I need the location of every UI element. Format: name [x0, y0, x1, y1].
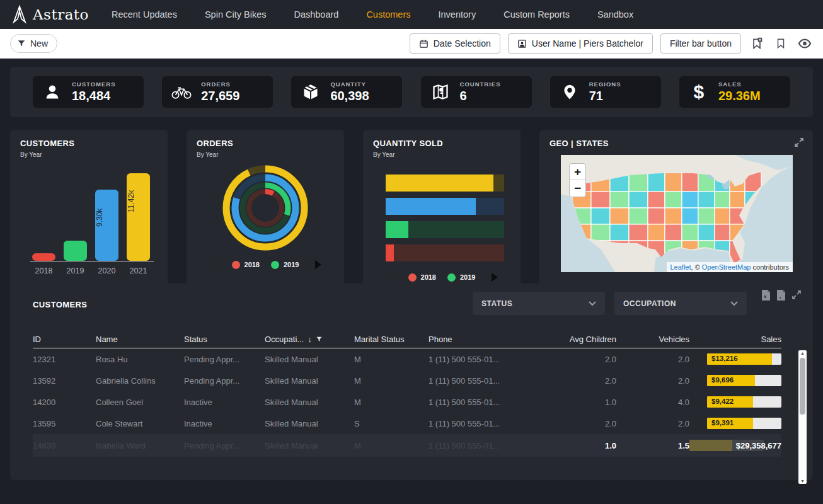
sales-data-bar: $9,696 — [707, 375, 781, 386]
column-header-vehicles[interactable]: Vehicles — [616, 335, 689, 344]
hbar-2019[interactable] — [386, 221, 504, 238]
legend-prev-icon[interactable] — [386, 273, 392, 282]
zoom-out-button[interactable]: − — [570, 180, 585, 197]
expand-icon[interactable] — [794, 137, 804, 147]
concentric-donut-chart[interactable] — [219, 162, 311, 254]
column-header-avg-children[interactable]: Avg Children — [546, 335, 616, 344]
user-badge-icon — [517, 39, 527, 49]
bar-2020[interactable]: 9.30k — [95, 190, 118, 261]
column-header-status[interactable]: Status — [184, 335, 265, 344]
nav-item-custom-reports[interactable]: Custom Reports — [504, 9, 570, 20]
user-name-button[interactable]: User Name | Piers Batchelor — [508, 33, 653, 54]
occupation-filter-dropdown[interactable]: OCCUPATION — [614, 292, 747, 315]
chart-title: ORDERS — [197, 139, 334, 148]
hbar-2021[interactable] — [386, 175, 504, 192]
bar-value-label: 11.42k — [127, 179, 150, 223]
chart-title: GEO | STATES — [550, 139, 803, 148]
date-selection-button[interactable]: Date Selection — [410, 33, 500, 54]
table-row[interactable]: 13592 Gabriella Collins Pending Appr... … — [33, 370, 781, 391]
table-scrollbar[interactable]: ▲ ▼ — [798, 350, 807, 484]
map-zoom-control: + − — [569, 163, 586, 197]
legend-item-2019[interactable]: 2019 — [447, 273, 475, 282]
bicycle-icon — [171, 84, 192, 100]
legend-next-icon[interactable] — [315, 260, 321, 269]
sales-data-bar: $9,422 — [707, 396, 781, 408]
kpi-quantity: QUANTITY 60,398 — [291, 76, 402, 108]
column-header-occupation[interactable]: Occupati... ↓ — [265, 335, 354, 344]
kpi-regions: REGIONS 71 — [550, 76, 661, 108]
column-header-marital-status[interactable]: Marital Status — [354, 335, 429, 344]
chart-legend: 2018 2019 — [373, 273, 510, 282]
expand-icon[interactable] — [791, 290, 802, 301]
package-icon — [300, 83, 321, 101]
bar-2021[interactable]: 11.42k — [127, 173, 150, 261]
app-logo[interactable]: Astrato — [11, 5, 89, 24]
nav-menu: Recent Updates Spin City Bikes Dashboard… — [112, 9, 633, 20]
sort-desc-icon[interactable]: ↓ — [308, 335, 312, 344]
legend-item-2018[interactable]: 2018 — [232, 261, 260, 269]
table-header-row: ID Name Status Occupati... ↓ Marital Sta… — [33, 331, 781, 348]
legend-dot-2019 — [447, 273, 456, 282]
total-sales: $29,358,677 — [689, 441, 781, 450]
new-filter-label: New — [30, 38, 48, 49]
bookmark-icon[interactable] — [773, 35, 789, 52]
openstreetmap-link[interactable]: OpenStreetMap — [702, 263, 751, 271]
chevron-down-icon — [589, 301, 596, 306]
nav-item-recent-updates[interactable]: Recent Updates — [112, 9, 177, 20]
table-tools: x , — [761, 290, 802, 301]
kpi-customers-value: 18,484 — [72, 89, 116, 103]
chart-title: QUANTITY SOLD — [373, 139, 510, 148]
chart-subtitle: By Year — [197, 151, 334, 158]
table-row[interactable]: 14200 Colleen Goel Inactive Skilled Manu… — [33, 391, 781, 413]
leaflet-map[interactable]: + − Leaflet, © OpenStreetMap contributor… — [561, 155, 793, 272]
legend-dot-2018 — [232, 261, 240, 269]
scroll-down-icon[interactable]: ▼ — [798, 479, 807, 483]
legend-item-2018[interactable]: 2018 — [408, 273, 436, 282]
customers-table: ID Name Status Occupati... ↓ Marital Sta… — [33, 331, 781, 457]
filter-bar-button[interactable]: Filter bar button — [660, 33, 741, 54]
table-row[interactable]: 13595 Cole Stewart Inactive Skilled Manu… — [33, 413, 781, 434]
legend-dot-2018 — [408, 273, 417, 282]
bar-chart: 9.30k 11.42k — [30, 173, 154, 261]
new-filter-button[interactable]: New — [10, 34, 57, 53]
column-header-id[interactable]: ID — [33, 335, 96, 344]
horizontal-bar-chart — [386, 175, 504, 261]
export-csv-icon[interactable]: , — [776, 290, 786, 301]
zoom-in-button[interactable]: + — [570, 164, 585, 180]
kpi-panel: CUSTOMERS 18,484 ORDERS 27,659 QUANTITY … — [10, 67, 813, 117]
chart-title: CUSTOMERS — [20, 139, 158, 148]
scroll-up-icon[interactable]: ▲ — [798, 351, 807, 355]
nav-item-dashboard[interactable]: Dashboard — [294, 9, 338, 20]
leaflet-link[interactable]: Leaflet — [670, 263, 691, 271]
eye-icon[interactable] — [797, 35, 813, 52]
nav-item-inventory[interactable]: Inventory — [439, 9, 476, 20]
nav-item-customers[interactable]: Customers — [366, 9, 410, 20]
hbar-2020[interactable] — [386, 198, 504, 215]
funnel-icon — [17, 39, 26, 48]
legend-item-2019[interactable]: 2019 — [271, 261, 299, 269]
calendar-icon — [419, 39, 429, 49]
bar-2018[interactable] — [32, 253, 55, 261]
kpi-regions-value: 71 — [589, 89, 621, 103]
table-row[interactable]: 12321 Rosa Hu Pending Appr... Skilled Ma… — [33, 348, 781, 370]
dollar-icon: $ — [688, 81, 710, 103]
bookmark-add-icon[interactable] — [749, 35, 765, 52]
customers-table-panel: CUSTOMERS STATUS OCCUPATION x , — [10, 284, 813, 480]
app-logo-text: Astrato — [33, 6, 89, 23]
scrollbar-thumb[interactable] — [800, 358, 805, 415]
legend-next-icon[interactable] — [492, 273, 498, 282]
bar-2019[interactable] — [64, 241, 87, 261]
nav-item-spin-city-bikes[interactable]: Spin City Bikes — [205, 9, 267, 20]
hbar-2018[interactable] — [386, 244, 504, 261]
filter-funnel-icon[interactable] — [316, 336, 323, 343]
export-excel-icon[interactable]: x — [761, 290, 771, 301]
column-header-sales[interactable]: Sales — [689, 335, 781, 344]
legend-prev-icon[interactable] — [209, 260, 216, 269]
svg-text:x: x — [764, 294, 767, 299]
column-header-phone[interactable]: Phone — [429, 335, 546, 344]
dashboard-content: CUSTOMERS 18,484 ORDERS 27,659 QUANTITY … — [0, 59, 823, 504]
nav-item-sandbox[interactable]: Sandbox — [597, 9, 633, 20]
table-filters: STATUS OCCUPATION — [473, 292, 747, 315]
column-header-name[interactable]: Name — [96, 335, 184, 344]
status-filter-dropdown[interactable]: STATUS — [473, 292, 605, 315]
